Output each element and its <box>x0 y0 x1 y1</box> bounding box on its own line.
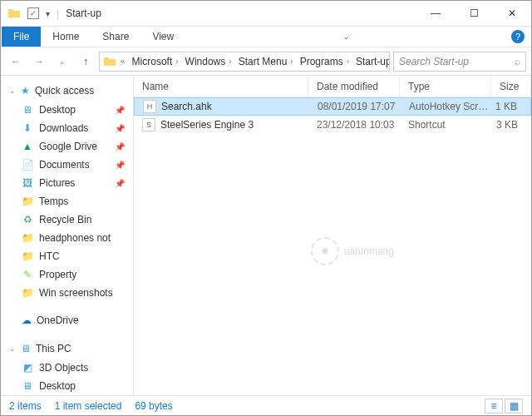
chevron-down-icon: ⌄ <box>9 87 16 95</box>
navigation-pane: ⌄ ★ Quick access 🖥Desktop📌⬇Downloads📌▲Go… <box>1 76 134 395</box>
ribbon-tabs: File Home Share View ⌄ ? <box>1 26 531 47</box>
qat-overflow-icon[interactable]: ▾ <box>46 9 50 18</box>
tab-view[interactable]: View <box>140 27 185 47</box>
breadcrumb-item[interactable]: Windows› <box>183 56 234 67</box>
sidebar-item-label: Documents <box>39 159 90 171</box>
column-date[interactable]: Date modified <box>308 76 400 97</box>
file-list-pane: Name Date modified Type Size HSearch.ahk… <box>134 76 531 395</box>
column-size[interactable]: Size <box>491 76 531 97</box>
view-switcher: ≡ ▦ <box>485 399 523 414</box>
sidebar-item[interactable]: 🖥Desktop <box>1 377 133 395</box>
pictures-icon: 🖼 <box>21 176 34 190</box>
tab-file[interactable]: File <box>2 27 41 47</box>
column-name[interactable]: Name <box>134 76 308 97</box>
sidebar-item[interactable]: ◩3D Objects <box>1 359 133 377</box>
sidebar-item[interactable]: ♻Recycle Bin <box>1 210 133 229</box>
sidebar-item-label: headphones not <box>39 232 111 244</box>
folder-icon <box>7 7 21 20</box>
up-button[interactable]: ↑ <box>76 52 96 72</box>
back-button[interactable]: ← <box>6 52 26 72</box>
qat-item-properties-icon[interactable]: ✓ <box>27 7 39 19</box>
chevron-right-icon: › <box>229 57 231 66</box>
breadcrumb-item[interactable]: Start-up› <box>353 56 390 67</box>
status-size: 69 bytes <box>135 400 172 412</box>
breadcrumb-item[interactable]: Programs› <box>298 56 352 67</box>
sidebar-item-label: Desktop <box>39 104 76 116</box>
sidebar-item-label: Win screenshots <box>39 287 113 299</box>
sidebar-item-label: Downloads <box>39 122 88 134</box>
breadcrumb[interactable]: « Microsoft› Windows› Start Menu› Progra… <box>99 52 390 72</box>
watermark-icon: ✺ <box>311 237 339 265</box>
sidebar-onedrive-label: OneDrive <box>37 314 79 326</box>
pin-icon: 📌 <box>115 161 125 170</box>
pin-icon: 📌 <box>115 124 125 133</box>
search-icon[interactable]: ⌕ <box>515 56 520 67</box>
breadcrumb-item[interactable]: Microsoft› <box>130 56 181 67</box>
sidebar-item[interactable]: ✎Property <box>1 265 133 284</box>
help-icon[interactable]: ? <box>511 30 525 43</box>
file-name: SteelSeries Engine 3 <box>160 119 254 131</box>
recycle-icon: ♻ <box>21 213 34 226</box>
file-size: 3 KB <box>491 119 531 131</box>
sidebar-item[interactable]: 📁Win screenshots <box>1 284 133 302</box>
view-details-button[interactable]: ≡ <box>485 399 503 414</box>
tab-share[interactable]: Share <box>91 27 140 47</box>
file-row[interactable]: HSearch.ahk 08/01/2019 17:07 AutoHotkey … <box>134 97 531 116</box>
folder-icon: 📁 <box>21 231 34 245</box>
sidebar-item-label: Google Drive <box>39 141 97 152</box>
view-thumbs-button[interactable]: ▦ <box>505 399 523 414</box>
sidebar-item[interactable]: 🖥Desktop📌 <box>1 101 133 119</box>
file-row[interactable]: SSteelSeries Engine 3 23/12/2018 10:03 S… <box>134 116 531 134</box>
sidebar-item[interactable]: 📁HTC <box>1 247 133 265</box>
chevron-left-icon[interactable]: « <box>121 57 126 66</box>
minimize-button[interactable]: — <box>416 1 455 26</box>
sidebar-item[interactable]: 📁headphones not <box>1 229 133 247</box>
watermark-text: uantrimang <box>344 245 394 257</box>
pc-icon: 🖥 <box>21 343 31 354</box>
sidebar-item-label: 3D Objects <box>39 362 88 374</box>
sidebar-quick-access[interactable]: ⌄ ★ Quick access <box>1 81 133 101</box>
chevron-down-icon: ⌄ <box>9 344 16 353</box>
window-controls: — ☐ ✕ <box>416 1 531 26</box>
sidebar-item[interactable]: ▲Google Drive📌 <box>1 137 133 156</box>
search-input[interactable] <box>399 56 515 67</box>
column-type[interactable]: Type <box>400 76 491 97</box>
folder-icon: 📁 <box>21 286 34 300</box>
sidebar-this-pc[interactable]: ⌄ 🖥 This PC <box>1 339 133 359</box>
file-icon: S <box>142 118 155 131</box>
file-icon: H <box>143 100 156 113</box>
sidebar-thispc-label: This PC <box>36 343 71 354</box>
folder-icon <box>103 55 116 68</box>
quick-access-toolbar: ✓ ▾ | <box>7 7 59 20</box>
sidebar-item-label: Temps <box>39 196 68 207</box>
titlebar: ✓ ▾ | Start-up — ☐ ✕ <box>1 1 531 26</box>
downloads-icon: ⬇ <box>21 121 34 135</box>
file-name: Search.ahk <box>161 101 212 112</box>
maximize-button[interactable]: ☐ <box>455 1 493 26</box>
3d-icon: ◩ <box>21 361 34 374</box>
pin-icon: 📌 <box>115 106 125 115</box>
sidebar-onedrive[interactable]: ☁ OneDrive <box>1 310 133 330</box>
cloud-icon: ☁ <box>22 314 32 326</box>
sidebar-item[interactable]: 🖼Pictures📌 <box>1 174 133 192</box>
status-selected: 1 item selected <box>55 400 122 412</box>
breadcrumb-item[interactable]: Start Menu› <box>236 56 296 67</box>
column-headers: Name Date modified Type Size <box>134 76 531 97</box>
pin-icon: 📌 <box>115 142 125 151</box>
sidebar-item[interactable]: ⬇Downloads📌 <box>1 119 133 137</box>
ribbon-expand-icon[interactable]: ⌄ <box>343 33 349 41</box>
chevron-right-icon: › <box>290 57 293 66</box>
chevron-right-icon: › <box>347 57 349 66</box>
sidebar-item[interactable]: 📁Temps <box>1 192 133 210</box>
tab-home[interactable]: Home <box>41 27 91 47</box>
close-button[interactable]: ✕ <box>493 1 531 26</box>
search-box[interactable]: ⌕ <box>393 52 526 72</box>
recent-dropdown-icon[interactable]: ⌄ <box>52 52 72 72</box>
forward-button[interactable]: → <box>29 52 49 72</box>
address-bar: ← → ⌄ ↑ « Microsoft› Windows› Start Menu… <box>1 47 531 76</box>
documents-icon: 📄 <box>21 158 34 171</box>
sidebar-item[interactable]: 📄Documents📌 <box>1 156 133 174</box>
desktop-icon: 🖥 <box>21 103 34 116</box>
file-date: 08/01/2019 17:07 <box>309 101 401 112</box>
window-title: Start-up <box>66 7 101 19</box>
